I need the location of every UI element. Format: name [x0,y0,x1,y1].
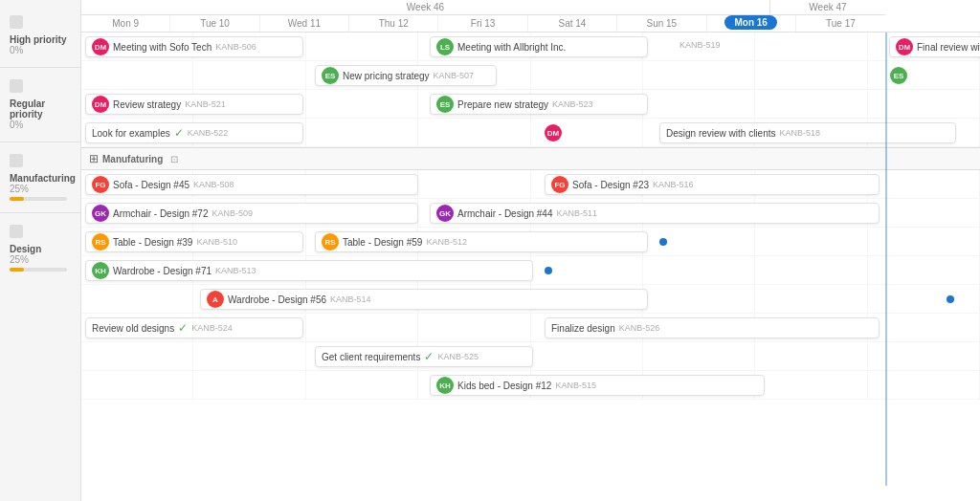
today-line [885,33,887,486]
task-id-526: KANB-526 [619,323,660,333]
regular-priority-percent: 0% [10,120,71,130]
task-kanb510[interactable]: RS Table - Design #39 KANB-510 [85,231,303,252]
manufacturing-bar-fill [10,197,24,201]
high-priority-percent: 0% [10,45,71,55]
avatar-a-514: A [207,291,224,308]
task-id-521: KANB-521 [185,99,226,109]
check-icon-524: ✓ [178,321,188,335]
avatar-dm-521: DM [92,96,109,113]
day-fri13: Fri 13 [438,15,527,32]
task-kanb512[interactable]: RS Table - Design #59 KANB-512 [315,231,648,252]
task-label-509: Armchair - Design #72 [113,208,208,219]
avatar-dm-506: DM [92,38,109,55]
check-icon-522: ✓ [174,126,184,140]
timeline: Week 46 Week 47 Mon 9 Tue 10 Wed 11 Thu … [81,0,980,501]
day-mon16-container: Mon 16 [707,15,796,32]
collapse-icon[interactable]: ⊡ [170,154,178,164]
task-kanb523[interactable]: ES Prepare new strategy KANB-523 [430,94,648,115]
design-label: Design [10,244,71,254]
sidebar-section-manufacturing: Manufacturing 25% [0,146,80,208]
task-label-522: Look for examples [92,128,170,139]
avatar-gk-509: GK [92,205,109,222]
task-id-515: KANB-515 [555,381,596,390]
task-label-514: Wardrobe - Design #56 [228,294,326,305]
task-kanb508[interactable]: FG Sofa - Design #45 KANB-508 [85,174,418,195]
task-label-526: Finalize design [551,323,615,334]
task-kanb518[interactable]: Design review with clients KANB-518 [659,122,956,143]
task-label-524: Review old designs [92,323,174,334]
task-kanb525[interactable]: Get client requirements ✓ KANB-525 [315,346,533,367]
milestone-kanb514 [947,295,954,303]
design-percent: 25% [10,254,71,265]
task-row-kanb508: FG Sofa - Design #45 KANB-508 FG Sofa - … [81,170,980,199]
task-row-kanb506: DM Meeting with Sofo Tech KANB-506 KANB-… [81,33,980,61]
task-kanb518-avatar: DM [545,124,562,142]
day-sat14: Sat 14 [528,15,617,32]
avatar-ls: LS [436,38,454,55]
task-id-506: KANB-506 [215,42,256,52]
avatar-kh-515: KH [436,377,454,394]
avatar-es-right: ES [890,67,907,84]
task-row-kanb522: Look for examples ✓ KANB-522 DM Design r… [81,119,980,147]
task-row-kanb510: RS Table - Design #39 KANB-510 RS Table … [81,228,980,256]
sidebar-section-high-priority: High priority 0% [0,8,80,63]
task-kanb514[interactable]: A Wardrobe - Design #56 KANB-514 [200,289,648,310]
task-row-kanb525: Get client requirements ✓ KANB-525 [81,342,980,371]
task-id-507: KANB-507 [434,71,475,80]
task-row-kanb509: GK Armchair - Design #72 KANB-509 GK Arm… [81,199,980,228]
task-label-513: Wardrobe - Design #71 [113,266,212,276]
task-label-510: Table - Design #39 [113,237,192,248]
divider-1 [0,67,80,68]
day-mon16-today: Mon 16 [724,15,776,30]
avatar-dm-final: DM [896,38,913,55]
regular-priority-icon [10,79,23,93]
task-id-514: KANB-514 [330,294,371,304]
task-label-523: Prepare new strategy [457,99,548,110]
avatar-fg-516: FG [551,176,568,193]
task-kanb511[interactable]: GK Armchair - Design #44 KANB-511 [430,203,880,224]
task-kanb521[interactable]: DM Review strategy KANB-521 [85,94,303,115]
avatar-gk-511: GK [436,205,454,222]
swimlane-manufacturing-label: Manufaturing [102,154,163,164]
manufacturing-percent: 25% [10,184,71,194]
task-kanb522[interactable]: Look for examples ✓ KANB-522 [85,122,303,143]
task-kanb526[interactable]: Finalize design KANB-526 [545,317,880,338]
milestone-kanb513 [545,267,552,274]
task-id-508: KANB-508 [193,180,234,189]
task-id-523: KANB-523 [552,99,593,109]
task-label-515: Kids bed - Design #12 [457,381,551,391]
week46-label: Week 46 [81,0,770,14]
high-priority-icon [10,15,23,29]
avatar-es-507: ES [322,67,339,84]
task-label-final-review: Final review with Sofo tech. [917,42,980,53]
avatar-kh-513: KH [92,262,109,279]
avatar-fg-508: FG [92,176,109,193]
task-id-513: KANB-513 [215,266,256,275]
task-final-review[interactable]: DM Final review with Sofo tech. [889,36,980,57]
task-id-512: KANB-512 [426,237,467,247]
sidebar-section-regular-priority: Regular priority 0% [0,72,80,138]
task-row-kanb513: KH Wardrobe - Design #71 KANB-513 [81,256,980,285]
milestone-kanb512 [659,238,667,246]
avatar-rs-510: RS [92,233,109,250]
task-id-522: KANB-522 [188,128,229,138]
day-thu12: Thu 12 [349,15,438,32]
task-kanb506[interactable]: DM Meeting with Sofo Tech KANB-506 [85,36,303,57]
task-label-512: Table - Design #59 [343,237,422,248]
task-kanb513[interactable]: KH Wardrobe - Design #71 KANB-513 [85,260,533,281]
task-label-525: Get client requirements [322,352,420,362]
design-bar-fill [10,268,24,272]
task-kanb524[interactable]: Review old designs ✓ KANB-524 [85,317,303,338]
swimlane-manufacturing: ⊞ Manufaturing ⊡ [81,147,980,170]
task-kanb519b[interactable]: LS Meeting with Allbright Inc. [430,36,648,57]
task-kanb516[interactable]: FG Sofa - Design #23 KANB-516 [545,174,880,195]
divider-2 [0,142,80,142]
day-mon9: Mon 9 [81,15,170,32]
task-kanb507[interactable]: ES New pricing strategy KANB-507 [315,65,497,86]
task-label-516: Sofa - Design #23 [572,180,649,190]
task-kanb509[interactable]: GK Armchair - Design #72 KANB-509 [85,203,418,224]
task-row-kanb507: ES New pricing strategy KANB-507 ES [81,61,980,90]
task-id-511: KANB-511 [556,208,597,218]
avatar-es-523: ES [436,96,454,113]
task-kanb515[interactable]: KH Kids bed - Design #12 KANB-515 [430,375,765,396]
